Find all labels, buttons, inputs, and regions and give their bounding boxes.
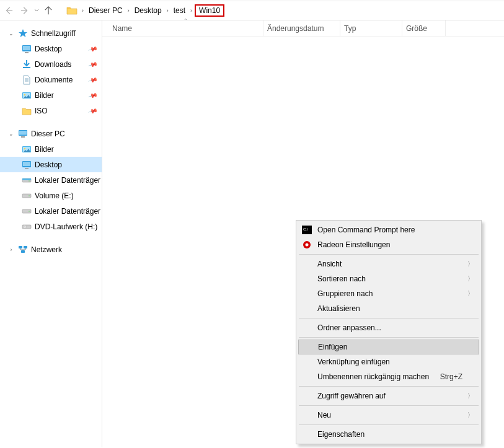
breadcrumb[interactable]: › Dieser PC › Desktop › test › Win10 [66,3,503,18]
svg-rect-15 [25,168,29,169]
menu-item-refresh[interactable]: Aktualisieren [298,301,480,316]
sidebar-item-label: Schnellzugriff [31,29,102,38]
column-headers: Name ⌃ Änderungsdatum Typ Größe [102,20,504,37]
sidebar-item-label: Dieser PC [31,130,102,138]
dvd-icon [21,221,32,232]
column-label: Änderungsdatum [267,24,324,33]
menu-item-label: Umbenennen rückgängig machen [317,372,429,381]
svg-rect-21 [22,209,31,213]
drive-icon [21,190,32,201]
drive-icon [21,175,32,186]
svg-rect-26 [19,246,22,248]
folder-icon [21,105,32,116]
column-type[interactable]: Typ [340,20,402,36]
chevron-right-icon[interactable]: › [7,247,15,253]
recent-locations-dropdown[interactable] [33,8,40,13]
breadcrumb-item-current[interactable]: Win10 [195,4,224,17]
menu-item-open-cmd[interactable]: C:\ Open Command Prompt here [298,222,480,237]
menu-separator [299,254,479,255]
chevron-right-icon: 〉 [467,289,474,298]
sidebar-item-label: Netzwerk [31,245,102,254]
sidebar-item-local-disk-2[interactable]: Lokaler Datenträger [0,203,102,219]
sidebar-item-iso[interactable]: ISO 📌 [0,103,102,118]
sidebar-item-label: DVD-Laufwerk (H:) [35,222,102,231]
sidebar-item-documents[interactable]: Dokumente 📌 [0,72,102,87]
menu-item-paste[interactable]: Einfügen [298,340,479,354]
cmd-icon: C:\ [301,224,312,235]
svg-text:C:\: C:\ [303,227,308,231]
menu-item-label: Ansicht [317,260,342,268]
back-button[interactable] [1,3,16,18]
context-menu: C:\ Open Command Prompt here Radeon Eins… [296,220,482,444]
breadcrumb-item[interactable]: Dieser PC [86,4,125,17]
column-size[interactable]: Größe [402,20,446,36]
sidebar-item-downloads[interactable]: Downloads 📌 [0,56,102,72]
tree-group-network: › Netzwerk [0,242,102,257]
sidebar-item-desktop[interactable]: Desktop 📌 [0,41,102,56]
svg-point-25 [24,226,25,227]
breadcrumb-item[interactable]: Desktop [132,4,164,17]
sidebar-item-label: Volume (E:) [35,191,102,200]
forward-button[interactable] [17,3,32,18]
desktop-icon [21,43,32,55]
sidebar-item-desktop[interactable]: Desktop [0,157,102,172]
navigation-bar: › Dieser PC › Desktop › test › Win10 [0,1,504,20]
svg-rect-17 [22,178,31,180]
chevron-right-icon: 〉 [467,411,474,419]
arrow-left-icon [4,6,13,15]
folder-icon [66,4,78,17]
menu-item-undo-rename[interactable]: Umbenennen rückgängig machen Strg+Z [298,369,480,384]
chevron-down-icon[interactable]: ⌄ [7,131,15,137]
sidebar-item-quick-access[interactable]: ⌄ Schnellzugriff [0,25,102,41]
breadcrumb-item[interactable]: test [171,4,188,17]
menu-separator [299,386,479,387]
menu-item-group-by[interactable]: Gruppieren nach 〉 [298,286,480,301]
column-modified[interactable]: Änderungsdatum [263,20,340,36]
desktop-icon [21,159,32,170]
svg-rect-28 [21,250,25,253]
sidebar-item-this-pc[interactable]: ⌄ Dieser PC [0,126,102,141]
column-name[interactable]: Name ⌃ [108,20,263,36]
menu-item-sort-by[interactable]: Sortieren nach 〉 [298,271,480,286]
menu-item-customize-folder[interactable]: Ordner anpassen... [298,320,480,335]
menu-separator [299,424,479,425]
chevron-right-icon[interactable]: › [188,7,195,14]
menu-item-new[interactable]: Neu 〉 [298,408,480,423]
sidebar-item-pictures[interactable]: Bilder 📌 [0,87,102,103]
column-label: Name [112,24,132,33]
up-button[interactable] [41,3,56,18]
sidebar-item-dvd-drive[interactable]: DVD-Laufwerk (H:) [0,219,102,234]
network-icon [17,244,29,255]
drive-icon [21,206,32,217]
sidebar-item-local-disk[interactable]: Lokaler Datenträger [0,172,102,188]
sidebar-item-volume-e[interactable]: Volume (E:) [0,188,102,203]
menu-item-label: Neu [317,411,331,419]
pictures-icon [21,144,32,155]
sidebar-item-network[interactable]: › Netzwerk [0,242,102,257]
chevron-down-icon[interactable]: ⌄ [7,30,15,37]
menu-item-give-access[interactable]: Zugriff gewähren auf 〉 [298,389,480,403]
menu-item-label: Open Command Prompt here [317,226,415,234]
pictures-icon [21,90,32,101]
menu-item-label: Aktualisieren [317,304,360,313]
svg-rect-27 [24,246,27,248]
menu-item-properties[interactable]: Eigenschaften [298,427,480,442]
menu-item-paste-shortcut[interactable]: Verknüpfung einfügen [298,354,480,369]
pc-icon [17,128,29,139]
menu-separator [299,318,479,318]
menu-item-view[interactable]: Ansicht 〉 [298,257,480,271]
svg-rect-14 [23,162,30,166]
chevron-right-icon: 〉 [467,275,474,283]
chevron-right-icon[interactable]: › [79,7,86,14]
star-icon [17,28,29,39]
menu-item-label: Radeon Einstellungen [317,240,390,249]
column-label: Typ [344,24,356,33]
sort-ascending-icon: ⌃ [183,18,188,24]
menu-item-radeon[interactable]: Radeon Einstellungen [298,237,480,252]
sidebar-item-pictures[interactable]: Bilder [0,141,102,157]
chevron-right-icon[interactable]: › [125,7,132,14]
menu-item-label: Sortieren nach [317,275,366,283]
chevron-right-icon[interactable]: › [164,7,171,14]
arrow-up-icon [44,6,53,15]
menu-item-label: Verknüpfung einfügen [317,358,390,366]
